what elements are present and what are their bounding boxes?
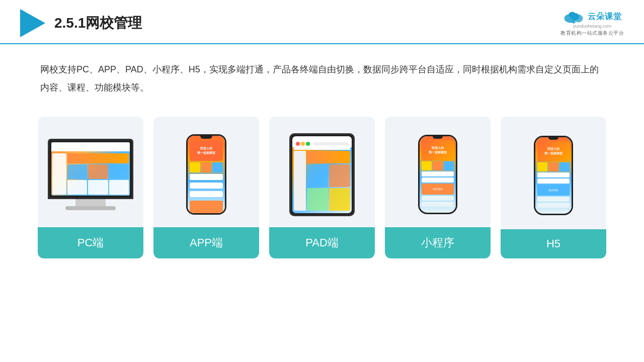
- pc-monitor-icon: [48, 139, 133, 210]
- app-phone-icon: 职进人的第一堂刷课堂: [186, 134, 226, 215]
- card-pc-label: PC端: [38, 227, 143, 258]
- card-h5-image: 职进人的第一堂刷课堂 精品课程: [501, 117, 606, 229]
- card-pad: PAD端: [269, 117, 375, 258]
- card-app-label: APP端: [153, 227, 259, 258]
- card-h5: 职进人的第一堂刷课堂 精品课程: [501, 117, 606, 258]
- description-text: 网校支持PC、APP、PAD、小程序、H5，实现多端打通，产品各终端自由切换，数…: [0, 44, 644, 107]
- pad-tablet-icon: [289, 133, 355, 216]
- card-pad-label: PAD端: [269, 227, 375, 258]
- cards-area: PC端 职进人的第一堂刷课堂: [0, 107, 644, 274]
- card-app: 职进人的第一堂刷课堂: [153, 117, 259, 258]
- card-pc: PC端: [38, 117, 143, 258]
- play-icon: [20, 9, 45, 37]
- card-h5-label: H5: [501, 229, 606, 258]
- svg-point-3: [569, 12, 576, 18]
- card-miniprogram: 职进人的第一堂刷课堂 推荐课程: [385, 117, 491, 258]
- header: 2.5.1网校管理 云朵课堂 yunduoketang.com 教育机构一站式服…: [0, 0, 644, 44]
- card-pc-image: [38, 117, 143, 227]
- card-app-image: 职进人的第一堂刷课堂: [153, 117, 259, 227]
- brand-url: yunduoketang.com: [573, 24, 611, 29]
- header-left: 2.5.1网校管理: [20, 9, 142, 37]
- h5-phone-icon: 职进人的第一堂刷课堂 精品课程: [534, 136, 573, 215]
- brand-logo-icon: 云朵课堂: [562, 10, 622, 24]
- page-title: 2.5.1网校管理: [54, 14, 142, 33]
- brand-subtitle: 教育机构一站式服务云平台: [560, 30, 624, 37]
- brand-name: 云朵课堂: [588, 12, 622, 22]
- cloud-svg-icon: [562, 10, 585, 24]
- card-pad-image: [269, 117, 375, 227]
- card-miniprogram-label: 小程序: [385, 227, 491, 258]
- card-miniprogram-image: 职进人的第一堂刷课堂 推荐课程: [385, 117, 491, 227]
- brand-logo: 云朵课堂 yunduoketang.com 教育机构一站式服务云平台: [560, 10, 624, 37]
- miniprogram-phone-icon: 职进人的第一堂刷课堂 推荐课程: [418, 135, 457, 214]
- description-content: 网校支持PC、APP、PAD、小程序、H5，实现多端打通，产品各终端自由切换，数…: [40, 64, 599, 93]
